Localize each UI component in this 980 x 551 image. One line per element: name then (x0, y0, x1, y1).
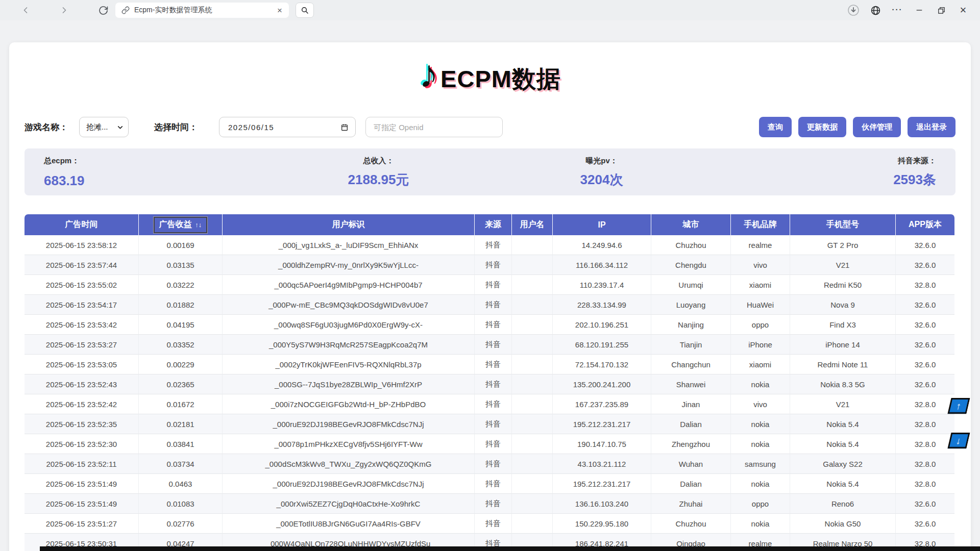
stat-label: 总ecpm： (44, 156, 267, 166)
cell-model: Nokia 5.4 (790, 414, 896, 434)
cell-model: Redmi K50 (790, 275, 896, 295)
cell-city: Dalian (651, 414, 731, 434)
game-select[interactable]: 抢滩... (79, 117, 129, 137)
cell-openid: _000rXwi5ZEZ7CjgDqH0aCtxHe-Xo9hrkC (223, 494, 475, 514)
cell-brand: vivo (731, 394, 790, 414)
cell-source: 抖音 (475, 235, 512, 255)
cell-time: 2025-06-15 23:51:27 (24, 514, 139, 534)
cell-ip: 136.16.103.240 (553, 494, 651, 514)
cell-openid: _00078p1mPHkzXECgV8fjv5SHj6IYFT-Ww (223, 434, 475, 454)
partner-manage-button[interactable]: 伙伴管理 (853, 117, 901, 137)
cell-revenue: 0.04195 (139, 315, 223, 335)
cell-model: Nokia G50 (790, 514, 896, 534)
cell-version: 32.6.0 (896, 235, 954, 255)
cell-ip: 228.33.134.99 (553, 295, 651, 315)
browser-titlebar: Ecpm-实时数据管理系统 × ··· × (0, 0, 980, 20)
cell-model: Find X3 (790, 315, 896, 335)
header-row: 广告时间广告收益 ↑↓用户标识来源用户名IP城市手机品牌手机型号APP版本 (24, 214, 954, 235)
cell-brand: nokia (731, 514, 790, 534)
sort-revenue-button[interactable]: 广告收益 ↑↓ (154, 217, 207, 233)
calendar-icon (340, 123, 349, 132)
window-close-icon[interactable]: × (957, 4, 970, 17)
cell-model: V21 (790, 394, 896, 414)
scroll-to-top-button[interactable]: ↑ (947, 398, 970, 414)
column-header-openid: 用户标识 (223, 214, 475, 235)
cell-username (512, 434, 553, 454)
cell-model: Nokia 5.4 (790, 474, 896, 494)
update-data-button[interactable]: 更新数据 (798, 117, 846, 137)
cell-username (512, 295, 553, 315)
cell-username (512, 514, 553, 534)
cell-city: Jinan (651, 394, 731, 414)
cell-version: 32.6.0 (896, 315, 954, 335)
cell-openid: _000dScM3kWv8_TWXu_Zgy2xWQ6QZ0QKmG (223, 454, 475, 474)
scroll-to-bottom-button[interactable]: ↓ (947, 433, 970, 448)
cell-username (512, 454, 553, 474)
cell-brand: vivo (731, 255, 790, 275)
cell-ip: 150.229.95.180 (553, 514, 651, 534)
cell-ip: 43.103.21.112 (553, 454, 651, 474)
cell-username (512, 255, 553, 275)
cell-brand: HuaWei (731, 295, 790, 315)
reload-icon[interactable] (97, 4, 109, 16)
cell-revenue: 0.02181 (139, 414, 223, 434)
cell-time: 2025-06-15 23:52:11 (24, 454, 139, 474)
cell-version: 32.8.0 (896, 474, 954, 494)
cell-username (512, 355, 553, 374)
query-button[interactable]: 查询 (759, 117, 792, 137)
table-body: 2025-06-15 23:58:120.00169_000j_vg1LxkS_… (24, 235, 954, 551)
cell-username (512, 414, 553, 434)
cell-openid: _000wq8SF6gU03jugM6Pd0X0ErgW9y-cX- (223, 315, 475, 335)
search-button[interactable] (296, 3, 314, 18)
menu-icon[interactable]: ··· (891, 3, 904, 16)
back-icon[interactable] (19, 4, 32, 16)
cell-time: 2025-06-15 23:52:30 (24, 434, 139, 454)
cell-source: 抖音 (475, 454, 512, 474)
cell-city: Dalian (651, 474, 731, 494)
horizontal-scrollbar[interactable] (40, 546, 980, 551)
cell-username (512, 494, 553, 514)
table-row: 2025-06-15 23:55:020.03222_000qc5APoerI4… (24, 275, 954, 295)
cell-brand: realme (731, 235, 790, 255)
forward-icon[interactable] (58, 4, 70, 16)
stat-label: 总收入： (267, 156, 490, 166)
table-row: 2025-06-15 23:53:420.04195_000wq8SF6gU03… (24, 315, 954, 335)
column-header-time: 广告时间 (24, 214, 139, 235)
browser-tab[interactable]: Ecpm-实时数据管理系统 × (115, 3, 289, 18)
table-row: 2025-06-15 23:51:490.01083_000rXwi5ZEZ7C… (24, 494, 954, 514)
stat-value: 683.19 (44, 173, 267, 189)
cell-city: Urumqi (651, 275, 731, 295)
data-table-container: 广告时间广告收益 ↑↓用户标识来源用户名IP城市手机品牌手机型号APP版本 20… (24, 214, 955, 551)
stat-douyin-source: 抖音来源： 2593条 (713, 156, 936, 189)
cell-brand: iPhone (731, 335, 790, 355)
globe-icon[interactable] (869, 4, 882, 17)
cell-source: 抖音 (475, 255, 512, 275)
data-table: 广告时间广告收益 ↑↓用户标识来源用户名IP城市手机品牌手机型号APP版本 20… (24, 214, 954, 551)
cell-revenue: 0.00169 (139, 235, 223, 255)
tiktok-note-icon: ♪ (419, 56, 438, 92)
cell-city: Luoyang (651, 295, 731, 315)
cell-brand: oppo (731, 315, 790, 335)
cell-time: 2025-06-15 23:51:49 (24, 474, 139, 494)
tab-close-icon[interactable]: × (276, 6, 284, 15)
cell-city: Chuzhou (651, 514, 731, 534)
cell-brand: nokia (731, 414, 790, 434)
table-row: 2025-06-15 23:52:300.03841_00078p1mPHkzX… (24, 434, 954, 454)
column-header-version: APP版本 (896, 214, 954, 235)
cell-source: 抖音 (475, 474, 512, 494)
sort-arrows-icon: ↑↓ (195, 221, 202, 229)
cell-time: 2025-06-15 23:57:44 (24, 255, 139, 275)
date-picker[interactable]: 2025/06/15 (219, 117, 356, 137)
stat-value: 3204次 (490, 171, 713, 189)
logout-button[interactable]: 退出登录 (908, 117, 955, 137)
restore-icon[interactable] (935, 4, 948, 17)
table-row: 2025-06-15 23:53:050.00229_0002yTrK0kjWF… (24, 355, 954, 374)
openid-input[interactable] (365, 117, 503, 137)
cell-time: 2025-06-15 23:55:02 (24, 275, 139, 295)
arrow-up-icon: ↑ (955, 400, 963, 412)
cell-revenue: 0.02776 (139, 514, 223, 534)
stats-bar: 总ecpm： 683.19 总收入： 2188.95元 曝光pv： 3204次 … (24, 148, 955, 195)
minimize-icon[interactable] (913, 4, 926, 17)
download-icon[interactable] (847, 4, 860, 17)
cell-revenue: 0.00229 (139, 355, 223, 374)
